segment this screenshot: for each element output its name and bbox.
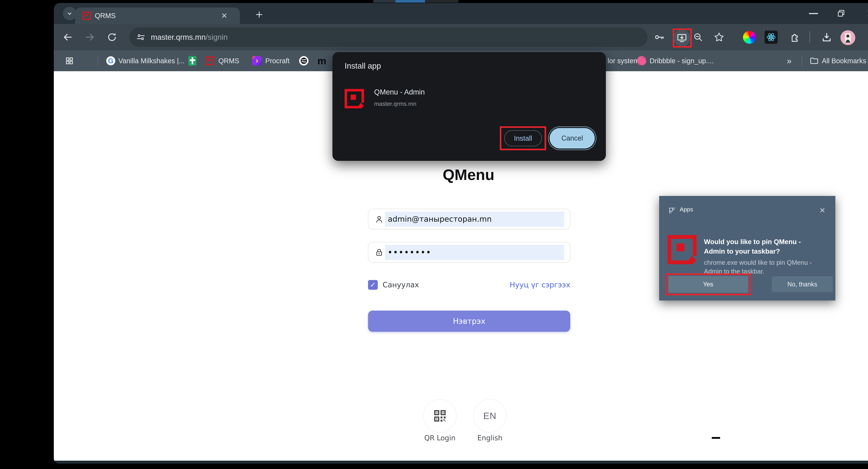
popup-title-line1: Would you like to pin QMenu - [704, 237, 829, 246]
toolbar-divider [809, 31, 810, 43]
stray-dash [712, 437, 720, 439]
bookmark-color-system[interactable]: lor system [608, 54, 639, 67]
qr-login-label: QR Login [423, 434, 457, 442]
tab-search-button[interactable] [63, 7, 76, 20]
window-controls: × [797, 5, 868, 22]
qmenu-favicon-icon [83, 12, 91, 20]
bookmark-qrms[interactable]: QRMS [218, 54, 239, 67]
menu-kebab-icon[interactable] [864, 29, 868, 45]
apps-grid-icon[interactable] [65, 56, 74, 66]
install-button[interactable]: Install [504, 130, 542, 146]
bookmarks-overflow-chevron[interactable]: » [787, 54, 792, 67]
qmenu-favicon-icon[interactable] [205, 56, 215, 66]
dialog-title: Install app [345, 61, 381, 70]
password-field[interactable]: •••••••• [368, 242, 570, 262]
procraft-favicon-icon[interactable]: › [252, 56, 262, 66]
language-code: EN [483, 411, 496, 421]
install-app-toolbar-button[interactable] [674, 30, 690, 47]
language-label: English [473, 434, 506, 442]
login-button[interactable]: Нэвтрэх [368, 311, 570, 332]
extensions-puzzle-icon[interactable] [787, 29, 803, 45]
cancel-button[interactable]: Cancel [549, 127, 596, 149]
plus-icon [254, 10, 264, 19]
password-manager-icon[interactable] [652, 29, 667, 45]
email-value[interactable]: admin@таныресторан.mn [388, 209, 492, 229]
forward-button[interactable] [83, 30, 97, 45]
url-text: master.qrms.mn/signin [151, 27, 228, 47]
popup-body-line1: chrome.exe would like to pin QMenu - [704, 258, 832, 267]
top-strip-dark [425, 0, 458, 3]
new-tab-button[interactable] [252, 7, 267, 22]
bookmark-star-icon[interactable] [711, 29, 727, 45]
url-bar[interactable]: master.qrms.mn/signin [129, 27, 648, 47]
minimize-button[interactable] [809, 13, 818, 14]
bookmark-dribbble[interactable]: Dribbble - sign_up.... [650, 54, 714, 67]
profile-avatar[interactable] [840, 30, 855, 45]
remember-label: Сануулах [383, 279, 419, 290]
qmenu-logo-icon [668, 235, 696, 264]
site-settings-icon[interactable] [135, 32, 146, 42]
lock-icon [374, 247, 384, 257]
forgot-password-link[interactable]: Нууц үг сэргээх [510, 279, 570, 290]
tab-bar: QRMS × × [54, 3, 868, 24]
downloads-icon[interactable] [819, 29, 835, 45]
bookmarks-divider [98, 55, 98, 66]
tab-close-icon[interactable]: × [219, 10, 229, 21]
browser-toolbar: master.qrms.mn/signin [54, 24, 868, 50]
qmenu-logo-icon [345, 89, 364, 108]
qr-code-icon [432, 408, 447, 423]
no-thanks-button[interactable]: No, thanks [772, 276, 833, 292]
bookmark-vanilla-milkshakes[interactable]: Vanilla Milkshakes |... [118, 54, 185, 67]
person-icon [374, 214, 384, 224]
reload-button[interactable] [105, 30, 119, 45]
email-field[interactable]: admin@таныресторан.mn [368, 209, 570, 229]
yes-button[interactable]: Yes [668, 276, 748, 293]
dialog-app-name: QMenu - Admin [374, 88, 425, 96]
globe-favicon-icon[interactable] [299, 56, 309, 66]
remember-checkbox[interactable]: ✓ [368, 280, 378, 290]
url-path: /signin [206, 33, 227, 41]
screenshot-stage: QRMS × × [0, 0, 868, 469]
chevron-down-icon [66, 10, 73, 17]
google-favicon-icon[interactable]: G [106, 56, 116, 66]
tab-title: QRMS [95, 7, 116, 24]
popup-title-line2: Admin to your taskbar? [704, 246, 829, 256]
all-bookmarks-button[interactable]: All Bookmarks [822, 54, 866, 67]
zoom-out-icon[interactable] [690, 29, 706, 45]
install-app-dialog: Install app QMenu - Admin master.qrms.mn… [333, 52, 606, 161]
url-host: master.qrms.mn [151, 33, 206, 41]
popup-close-icon[interactable]: × [815, 204, 829, 217]
popup-title: Would you like to pin QMenu - Admin to y… [704, 237, 829, 256]
window-bottom-strip [54, 461, 868, 464]
language-button[interactable]: EN [473, 399, 506, 433]
popup-header: Apps [680, 206, 693, 213]
password-value[interactable]: •••••••• [388, 242, 432, 262]
close-button[interactable]: × [864, 5, 868, 21]
back-button[interactable] [60, 30, 75, 45]
browser-tab-qrms[interactable]: QRMS × [75, 7, 240, 24]
top-strip-gray [373, 0, 396, 3]
monkeytype-favicon-icon[interactable]: m [317, 56, 327, 66]
remember-row: ✓ Сануулах Нууц үг сэргээх [368, 279, 570, 291]
color-wheel-extension-icon[interactable] [743, 31, 756, 44]
apps-window-icon [668, 207, 676, 215]
qr-login-button[interactable] [423, 399, 457, 433]
folder-icon [809, 56, 819, 66]
pin-taskbar-popup: Apps × Would you like to pin QMenu - Adm… [659, 196, 835, 300]
bookmarks-divider [802, 55, 802, 66]
page-title: QMenu [54, 166, 868, 184]
sheets-favicon-icon[interactable] [187, 56, 197, 66]
popup-body: chrome.exe would like to pin QMenu - Adm… [704, 258, 832, 276]
dialog-app-origin: master.qrms.mn [374, 100, 416, 107]
top-strip-blue [396, 0, 425, 3]
dribbble-favicon-icon[interactable] [637, 56, 647, 66]
restore-button[interactable] [836, 8, 846, 18]
react-extension-icon[interactable] [765, 31, 778, 44]
bookmark-procraft[interactable]: Procraft [265, 54, 289, 67]
